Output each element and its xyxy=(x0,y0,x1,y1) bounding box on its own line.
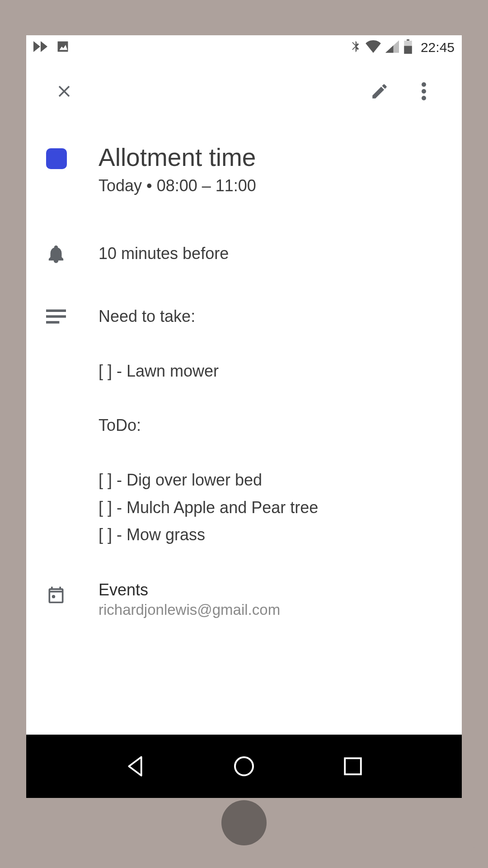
svg-rect-1 xyxy=(407,39,409,41)
edit-button[interactable] xyxy=(364,76,395,107)
wifi-icon xyxy=(366,40,381,55)
more-options-button[interactable] xyxy=(408,76,439,107)
close-button[interactable] xyxy=(49,76,80,107)
screen: 22:45 Allotment time Today • 08:00 – xyxy=(26,35,462,763)
notes-row: Need to take: [ ] - Lawn mower ToDo: [ ]… xyxy=(26,303,462,549)
calendar-icon xyxy=(46,585,66,607)
svg-point-6 xyxy=(422,96,426,100)
battery-icon xyxy=(404,39,413,56)
notification-text: 10 minutes before xyxy=(99,241,444,267)
notes-text: Need to take: [ ] - Lawn mower ToDo: [ ]… xyxy=(99,303,444,549)
title-block: Allotment time Today • 08:00 – 11:00 xyxy=(26,138,462,195)
status-clock: 22:45 xyxy=(421,40,455,55)
svg-rect-7 xyxy=(46,309,66,312)
svg-rect-12 xyxy=(345,758,361,774)
recents-button[interactable] xyxy=(340,754,366,779)
calendar-row: Events richardjonlewis@gmail.com xyxy=(26,580,462,618)
svg-rect-9 xyxy=(46,321,59,324)
calendar-name: Events xyxy=(99,580,444,599)
svg-point-5 xyxy=(422,89,426,94)
fast-forward-icon xyxy=(33,41,49,54)
status-bar: 22:45 xyxy=(26,35,462,60)
notes-icon xyxy=(46,309,66,326)
svg-rect-0 xyxy=(58,42,68,52)
signal-icon xyxy=(385,40,399,55)
status-left xyxy=(33,40,70,55)
calendar-email: richardjonlewis@gmail.com xyxy=(99,601,444,618)
status-right: 22:45 xyxy=(351,39,455,56)
phone-frame: 22:45 Allotment time Today • 08:00 – xyxy=(9,9,479,859)
physical-home-button[interactable] xyxy=(221,800,267,845)
event-color-chip xyxy=(46,148,67,169)
image-icon xyxy=(56,40,70,55)
bell-icon xyxy=(46,244,66,266)
home-button[interactable] xyxy=(231,754,257,779)
bluetooth-icon xyxy=(351,40,361,55)
event-title: Allotment time xyxy=(99,143,444,172)
svg-point-4 xyxy=(422,82,426,87)
svg-point-10 xyxy=(52,595,55,598)
app-bar xyxy=(26,60,462,123)
notification-row: 10 minutes before xyxy=(26,241,462,267)
android-nav-bar xyxy=(26,735,462,798)
svg-rect-8 xyxy=(46,315,66,318)
svg-point-11 xyxy=(235,757,253,775)
event-time: Today • 08:00 – 11:00 xyxy=(99,176,444,195)
svg-rect-3 xyxy=(404,46,412,54)
back-button[interactable] xyxy=(122,754,148,779)
